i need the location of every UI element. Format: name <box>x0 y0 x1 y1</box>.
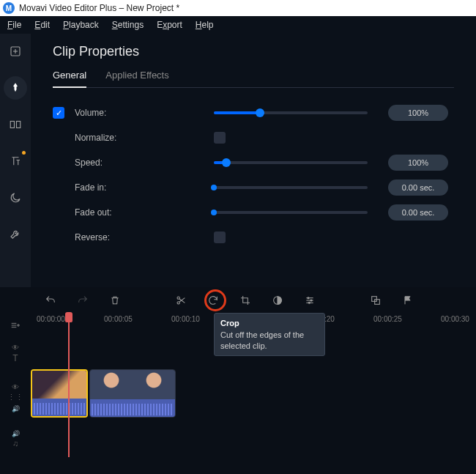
tooltip-title: Crop <box>220 318 319 328</box>
clip-thumbnail <box>133 370 175 399</box>
track-content[interactable] <box>31 340 476 474</box>
rotate-button[interactable] <box>205 292 221 308</box>
wrench-icon <box>9 228 22 241</box>
undo-button[interactable] <box>42 292 59 308</box>
contrast-icon <box>272 295 283 306</box>
sidebar-transitions[interactable] <box>4 113 27 136</box>
window-title: Movavi Video Editor Plus – New Project * <box>19 3 179 13</box>
text-icon <box>9 155 22 168</box>
playhead[interactable] <box>68 314 70 457</box>
transition-icon <box>9 118 22 131</box>
overlay-icon <box>370 295 382 306</box>
svg-point-5 <box>177 302 179 304</box>
eye-icon <box>12 382 19 391</box>
notification-dot-icon <box>22 151 26 155</box>
menu-file[interactable]: File <box>7 20 21 30</box>
add-track-icon <box>10 319 21 331</box>
undo-icon <box>45 295 56 306</box>
speaker-icon <box>12 404 20 412</box>
volume-slider[interactable] <box>214 111 368 114</box>
reverse-checkbox[interactable] <box>214 232 226 243</box>
clip-waveform <box>32 399 86 416</box>
redo-icon <box>77 295 89 306</box>
svg-point-12 <box>310 300 312 301</box>
volume-label: Volume: <box>75 108 133 118</box>
fadein-value[interactable]: 0.00 sec. <box>388 179 448 196</box>
add-track-button[interactable] <box>10 319 21 334</box>
video-track-header[interactable]: ⋮⋮ <box>7 382 23 412</box>
sidebar-stickers[interactable] <box>4 186 27 210</box>
menu-help[interactable]: Help <box>196 20 214 30</box>
clip-properties-button[interactable] <box>302 292 318 308</box>
moon-icon <box>9 191 22 204</box>
rotate-icon <box>207 295 219 306</box>
left-sidebar <box>0 34 31 287</box>
svg-rect-3 <box>10 122 14 128</box>
menu-playback[interactable]: Playback <box>63 20 99 30</box>
sidebar-filters[interactable] <box>4 76 27 100</box>
clip-thumbnail <box>90 370 133 399</box>
reverse-label: Reverse: <box>75 232 133 242</box>
pin-icon <box>9 81 22 95</box>
svg-point-6 <box>177 297 179 299</box>
speed-slider[interactable] <box>214 161 368 164</box>
scissors-icon <box>175 295 187 306</box>
link-icon: ⋮⋮ <box>7 393 23 402</box>
tab-applied-effects[interactable]: Applied Effects <box>105 70 168 87</box>
menu-settings[interactable]: Settings <box>112 20 144 30</box>
sidebar-add-media[interactable] <box>4 40 27 63</box>
fadein-label: Fade in: <box>75 182 133 193</box>
titles-track-header[interactable]: T <box>12 343 19 363</box>
color-adjust-button[interactable] <box>269 292 286 308</box>
cut-button[interactable] <box>173 292 189 308</box>
fadeout-label: Fade out: <box>75 207 133 218</box>
menubar: File Edit Playback Settings Export Help <box>0 16 476 34</box>
sidebar-titles[interactable] <box>4 149 27 173</box>
ruler-tick: 00:00:25 <box>373 315 402 323</box>
normalize-label: Normalize: <box>75 133 133 143</box>
ruler-tick: 00:00:10 <box>171 315 200 323</box>
track-headers: T ⋮⋮ ♫ <box>0 340 31 474</box>
svg-point-13 <box>308 302 310 303</box>
crop-button[interactable] <box>237 292 253 308</box>
timeline-toolbar <box>0 287 476 314</box>
fadeout-value[interactable]: 0.00 sec. <box>388 204 448 221</box>
eye-icon <box>12 343 19 352</box>
video-clip-1[interactable] <box>31 369 88 418</box>
menu-export[interactable]: Export <box>157 20 182 30</box>
sidebar-more-tools[interactable] <box>4 223 27 246</box>
clip-thumbnail <box>32 371 86 399</box>
app-logo-icon: M <box>3 2 15 14</box>
ruler-tick: 00:00:00 <box>37 315 65 323</box>
redo-button[interactable] <box>75 292 91 308</box>
svg-rect-14 <box>372 297 377 302</box>
crop-icon <box>239 295 251 306</box>
delete-button[interactable] <box>107 292 123 308</box>
video-clip-2[interactable] <box>89 369 176 418</box>
panel-title: Clip Properties <box>53 44 454 59</box>
speaker-icon <box>12 429 20 437</box>
trash-icon <box>109 295 121 306</box>
overlay-button[interactable] <box>368 292 384 308</box>
svg-rect-15 <box>375 300 380 305</box>
speed-label: Speed: <box>75 158 133 168</box>
volume-value[interactable]: 100% <box>388 105 448 121</box>
audio-track-header[interactable]: ♫ <box>12 429 20 448</box>
fadeout-slider[interactable] <box>214 211 368 214</box>
fadein-slider[interactable] <box>214 186 368 189</box>
tooltip-body: Cut off the edges of the selected clip. <box>220 330 319 351</box>
panel-tabs: General Applied Effects <box>53 70 454 88</box>
timeline-area: Crop Cut off the edges of the selected c… <box>0 287 476 474</box>
normalize-checkbox[interactable] <box>214 132 226 144</box>
tab-general[interactable]: General <box>53 70 86 88</box>
svg-rect-4 <box>17 122 21 128</box>
marker-button[interactable] <box>400 292 416 308</box>
volume-checkbox[interactable] <box>53 107 64 119</box>
svg-point-11 <box>308 297 309 299</box>
plus-box-icon <box>9 45 22 58</box>
window-titlebar: M Movavi Video Editor Plus – New Project… <box>0 0 476 16</box>
ruler-tick: 00:00:05 <box>104 315 133 323</box>
menu-edit[interactable]: Edit <box>34 20 50 30</box>
properties-panel: Clip Properties General Applied Effects … <box>31 34 476 287</box>
speed-value[interactable]: 100% <box>388 155 448 171</box>
